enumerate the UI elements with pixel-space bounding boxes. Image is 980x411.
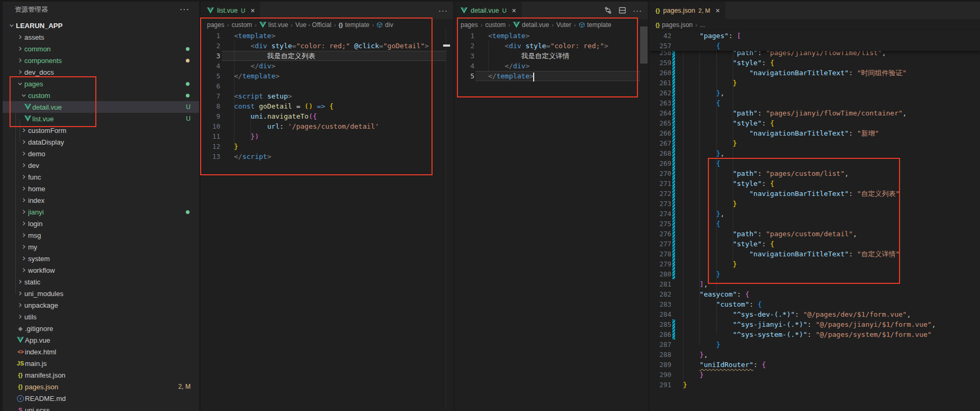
code-line-287[interactable]: 287 } xyxy=(649,339,980,350)
code-line-284[interactable]: 284 "^sys-dev-(.*)": "@/pages/dev/$1/for… xyxy=(649,309,980,319)
tree-item-dev[interactable]: dev xyxy=(0,159,199,171)
tree-item-App.vue[interactable]: App.vue xyxy=(0,334,199,346)
crumb-Vuter[interactable]: Vuter xyxy=(556,21,571,29)
tree-item-login[interactable]: login xyxy=(0,218,199,229)
tree-item-LEARUN_APP[interactable]: LEARUN_APP xyxy=(0,20,199,31)
crumb-pages[interactable]: pages xyxy=(207,21,224,29)
code-line-5[interactable]: 5</template> xyxy=(454,71,648,81)
explorer-more-icon[interactable]: ··· xyxy=(179,2,190,17)
tree-item-uni_modules[interactable]: uni_modules xyxy=(0,288,199,299)
code-line-3[interactable]: 3 我是自定义详情 xyxy=(454,51,648,61)
code-line-280[interactable]: 280 } xyxy=(649,269,980,279)
code-line-3[interactable]: 3 我是自定义列表 xyxy=(201,51,453,61)
code-line-276[interactable]: 276 "path": "pages/custom/detail", xyxy=(649,229,980,239)
code-editor-detail-vue[interactable]: 1<template>2 <div style="color: red;">3 … xyxy=(454,31,648,411)
tab-detail-vue[interactable]: detail.vue U × xyxy=(454,2,522,19)
code-line-2[interactable]: 2 <div style="color: red;" @click="goDet… xyxy=(201,41,453,51)
tree-item-msg[interactable]: msg xyxy=(0,229,199,241)
tree-item-unpackage[interactable]: unpackage xyxy=(0,299,199,311)
crumb-Vue - Official[interactable]: Vue - Official xyxy=(295,21,331,29)
code-line-279[interactable]: 279 } xyxy=(649,259,980,269)
crumb-detail.vue[interactable]: detail.vue xyxy=(513,21,549,29)
code-line-266[interactable]: 266 "navigationBarTitleText": "新增" xyxy=(649,128,980,138)
tree-item-system[interactable]: system xyxy=(0,253,199,264)
open-changes-icon[interactable] xyxy=(604,6,612,14)
code-line-289[interactable]: 289 "uniIdRouter": { xyxy=(649,360,980,370)
tree-item-index.html[interactable]: <>index.html xyxy=(0,346,199,358)
tree-item-detail.vue[interactable]: detail.vueU xyxy=(0,101,199,113)
code-editor-pages-json[interactable]: 258 "path": "pages/jianyi/flowTime/list"… xyxy=(649,31,980,411)
crumb-pages[interactable]: pages xyxy=(461,21,478,29)
code-line-277[interactable]: 277 "style": { xyxy=(649,239,980,249)
code-line-272[interactable]: 272 "navigationBarTitleText": "自定义列表" xyxy=(649,189,980,199)
tree-item-workflow[interactable]: workflow xyxy=(0,264,199,276)
code-line-275[interactable]: 275 { xyxy=(649,219,980,229)
tree-item-my[interactable]: my xyxy=(0,241,199,253)
code-line-13[interactable]: 13</script> xyxy=(201,151,453,162)
tree-item-pages.json[interactable]: {}pages.json2, M xyxy=(0,381,199,392)
crumb-custom[interactable]: custom xyxy=(485,21,506,29)
code-line-6[interactable]: 6 xyxy=(201,81,453,91)
code-line-259[interactable]: 259 "style": { xyxy=(649,58,980,68)
more-actions-icon[interactable]: ··· xyxy=(438,6,448,15)
tab-list-vue[interactable]: list.vue U × xyxy=(201,2,260,19)
close-icon[interactable]: × xyxy=(250,6,255,15)
tree-item-uni.scss[interactable]: Suni.scss xyxy=(0,404,199,411)
tree-item-index[interactable]: index xyxy=(0,194,199,206)
code-line-5[interactable]: 5</template> xyxy=(201,71,453,81)
code-line-285[interactable]: 285 "^sys-jianyi-(.*)": "@/pages/jianyi/… xyxy=(649,319,980,329)
code-line-288[interactable]: 288 }, xyxy=(649,350,980,360)
code-line-260[interactable]: 260 "navigationBarTitleText": "时间组件验证" xyxy=(649,68,980,78)
code-line-7[interactable]: 7<script setup> xyxy=(201,91,453,101)
close-icon[interactable]: × xyxy=(715,6,720,15)
tree-item-dataDisplay[interactable]: dataDisplay xyxy=(0,136,199,148)
split-editor-icon[interactable] xyxy=(618,6,626,14)
code-line-283[interactable]: 283 "custom": { xyxy=(649,299,980,309)
code-line-267[interactable]: 267 } xyxy=(649,138,980,148)
code-line-2[interactable]: 2 <div style="color: red;"> xyxy=(454,41,648,51)
crumb-template[interactable]: template xyxy=(579,21,612,29)
code-line-265[interactable]: 265 "style": { xyxy=(649,118,980,128)
tree-item-custom[interactable]: custom xyxy=(0,90,199,101)
crumb-...[interactable]: ... xyxy=(700,21,705,29)
code-line-261[interactable]: 261 } xyxy=(649,78,980,88)
code-line-42[interactable]: 42 "pages": [ xyxy=(649,31,980,41)
code-line-11[interactable]: 11 }) xyxy=(201,131,453,141)
tree-item-demo[interactable]: demo xyxy=(0,148,199,159)
tree-item-common[interactable]: common xyxy=(0,43,199,55)
code-line-12[interactable]: 12} xyxy=(201,141,453,151)
code-line-1[interactable]: 1<template> xyxy=(201,31,453,41)
more-actions-icon[interactable]: ··· xyxy=(633,6,642,15)
tree-item-assets[interactable]: assets xyxy=(0,31,199,43)
code-line-8[interactable]: 8const goDetail = () => { xyxy=(201,101,453,111)
code-line-263[interactable]: 263 { xyxy=(649,98,980,108)
vertical-scrollbar[interactable] xyxy=(640,26,648,64)
crumb-div[interactable]: div xyxy=(376,21,393,29)
close-icon[interactable]: × xyxy=(512,6,516,15)
tree-item-func[interactable]: func xyxy=(0,171,199,183)
tree-item-static[interactable]: static xyxy=(0,276,199,288)
code-line-257[interactable]: 257 { xyxy=(649,41,980,51)
code-line-1[interactable]: 1<template> xyxy=(454,31,648,41)
code-line-264[interactable]: 264 "path": "pages/jianyi/flowTime/conta… xyxy=(649,108,980,118)
tree-item-.gitignore[interactable]: ◆.gitignore xyxy=(0,323,199,334)
tree-item-utils[interactable]: utils xyxy=(0,311,199,323)
tab-pages-json[interactable]: {} pages.json 2, M × xyxy=(649,2,725,19)
tree-item-pages[interactable]: pages xyxy=(0,78,199,90)
tree-item-customForm[interactable]: customForm xyxy=(0,124,199,136)
code-line-273[interactable]: 273 } xyxy=(649,199,980,209)
code-line-268[interactable]: 268 }, xyxy=(649,148,980,158)
tree-item-manifest.json[interactable]: {}manifest.json xyxy=(0,369,199,381)
tree-item-jianyi[interactable]: jianyi xyxy=(0,206,199,218)
sticky-scroll[interactable]: 42 "pages": [257 { xyxy=(649,31,980,51)
code-editor-list-vue[interactable]: 1<template>2 <div style="color: red;" @c… xyxy=(201,31,453,411)
code-line-291[interactable]: 291} xyxy=(649,380,980,390)
crumb-pages.json[interactable]: {}pages.json xyxy=(655,21,693,29)
code-line-4[interactable]: 4 </div> xyxy=(454,61,648,71)
code-line-269[interactable]: 269 { xyxy=(649,158,980,168)
code-line-290[interactable]: 290 } xyxy=(649,370,980,380)
crumb-custom[interactable]: custom xyxy=(231,21,252,29)
code-line-270[interactable]: 270 "path": "pages/custom/list", xyxy=(649,168,980,178)
crumb-list.vue[interactable]: list.vue xyxy=(259,21,288,29)
tree-item-README.md[interactable]: iREADME.md xyxy=(0,392,199,404)
